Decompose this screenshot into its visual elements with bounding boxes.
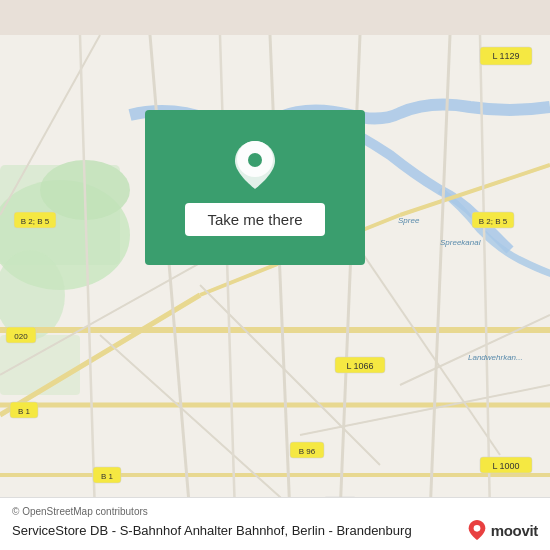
svg-point-52 <box>248 153 262 167</box>
svg-text:B 1: B 1 <box>18 407 31 416</box>
location-pin-icon <box>233 139 277 191</box>
svg-text:B 1: B 1 <box>101 472 114 481</box>
svg-text:L 1000: L 1000 <box>492 461 519 471</box>
svg-text:L 1066: L 1066 <box>346 361 373 371</box>
action-panel: Take me there <box>145 110 365 265</box>
bottom-bar: © OpenStreetMap contributors ServiceStor… <box>0 497 550 550</box>
location-name: ServiceStore DB - S-Bahnhof Anhalter Bah… <box>12 523 459 538</box>
take-me-there-button[interactable]: Take me there <box>185 203 324 236</box>
svg-text:Landwehrkan...: Landwehrkan... <box>468 353 523 362</box>
moovit-brand-text: moovit <box>491 522 538 539</box>
copyright-text: © OpenStreetMap contributors <box>12 506 538 517</box>
location-info: ServiceStore DB - S-Bahnhof Anhalter Bah… <box>12 520 538 540</box>
moovit-logo: moovit <box>467 520 538 540</box>
svg-text:B 96: B 96 <box>299 447 316 456</box>
svg-point-53 <box>473 525 480 532</box>
svg-text:B 2; B 5: B 2; B 5 <box>479 217 508 226</box>
svg-text:020: 020 <box>14 332 28 341</box>
svg-text:B 2; B 5: B 2; B 5 <box>21 217 50 226</box>
moovit-pin-icon <box>467 520 487 540</box>
svg-text:Spree: Spree <box>398 216 420 225</box>
map-background: L 1129 B 2; B 5 B 2; B 5 L 1066 B 1 B 1 … <box>0 0 550 550</box>
svg-text:Spreekanal: Spreekanal <box>440 238 481 247</box>
svg-text:L 1129: L 1129 <box>492 51 519 61</box>
svg-rect-5 <box>0 335 80 395</box>
map-container: L 1129 B 2; B 5 B 2; B 5 L 1066 B 1 B 1 … <box>0 0 550 550</box>
